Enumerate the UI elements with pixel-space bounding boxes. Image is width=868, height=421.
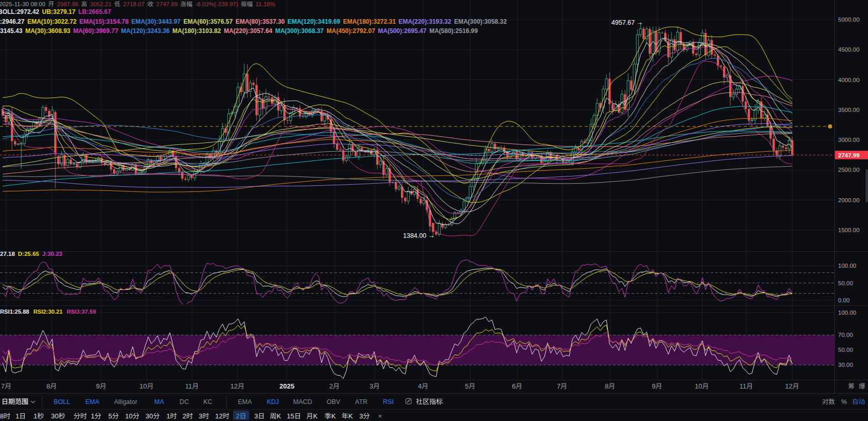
svg-text:50.00: 50.00	[838, 280, 853, 286]
svg-text:5000.00: 5000.00	[838, 17, 860, 23]
svg-text:Alligator: Alligator	[114, 398, 137, 406]
svg-text:10: 10	[139, 382, 147, 390]
svg-text:4000.00: 4000.00	[838, 77, 860, 83]
svg-text:2025: 2025	[280, 382, 295, 390]
svg-text:EMA: EMA	[238, 398, 252, 406]
svg-text:MA(580):2516.99: MA(580):2516.99	[429, 27, 478, 35]
svg-text:0.00: 0.00	[838, 297, 849, 303]
svg-text:RSI1:25.88: RSI1:25.88	[0, 309, 29, 315]
svg-text:OBV: OBV	[327, 398, 341, 406]
svg-text:9: 9	[652, 382, 655, 390]
svg-text:EMA(300):3058.32: EMA(300):3058.32	[454, 18, 507, 25]
svg-text:K: K	[313, 412, 318, 420]
svg-text:30: 30	[146, 412, 153, 420]
svg-text:7: 7	[557, 382, 560, 390]
svg-text:×: ×	[378, 412, 382, 420]
svg-text:15: 15	[287, 412, 294, 420]
svg-text:UB:3279.17: UB:3279.17	[42, 8, 76, 15]
svg-text:EMA(80):3537.30: EMA(80):3537.30	[235, 18, 285, 25]
svg-text:MA: MA	[154, 398, 164, 406]
svg-text:4: 4	[418, 382, 422, 390]
svg-text:6: 6	[512, 382, 516, 390]
svg-text:MA(60):3969.77: MA(60):3969.77	[73, 27, 119, 35]
svg-text:8: 8	[605, 382, 608, 390]
svg-text:5: 5	[465, 382, 469, 390]
svg-text:7: 7	[1, 382, 5, 390]
svg-text:12: 12	[785, 382, 792, 390]
svg-text:2747.99: 2747.99	[156, 1, 178, 7]
svg-text:70.00: 70.00	[838, 332, 853, 338]
svg-text:2747.99: 2747.99	[838, 152, 860, 158]
svg-text:3: 3	[254, 412, 258, 420]
svg-text:11: 11	[740, 382, 747, 390]
svg-text:D:25.65: D:25.65	[18, 251, 40, 257]
svg-text:3052.21: 3052.21	[90, 1, 112, 7]
svg-text:EMA(120):3419.69: EMA(120):3419.69	[287, 18, 340, 25]
svg-text:RSI: RSI	[383, 398, 394, 406]
svg-text:MA(30):3608.93: MA(30):3608.93	[25, 27, 71, 35]
svg-text:J:30.23: J:30.23	[42, 251, 62, 257]
svg-text:9: 9	[96, 382, 100, 390]
svg-text:2: 2	[329, 382, 333, 390]
svg-text:2025-11-30 08:00: 2025-11-30 08:00	[0, 1, 45, 7]
svg-text:MA(220):3057.64: MA(220):3057.64	[224, 27, 272, 35]
svg-text:K: K	[277, 412, 281, 420]
svg-text:4957.67 →: 4957.67 →	[612, 19, 643, 26]
svg-text:3: 3	[369, 382, 373, 390]
svg-text:27.18: 27.18	[0, 251, 15, 257]
svg-text:ATR: ATR	[355, 398, 367, 406]
svg-text:%: %	[841, 398, 847, 406]
svg-text:11: 11	[185, 382, 192, 390]
svg-text:EMA: EMA	[86, 398, 100, 406]
svg-text:MACD: MACD	[293, 398, 312, 406]
svg-text:K: K	[331, 412, 336, 420]
svg-text:1: 1	[15, 412, 19, 420]
svg-text:12: 12	[230, 382, 237, 390]
svg-text:1: 1	[91, 412, 94, 420]
svg-text:100.00: 100.00	[838, 310, 856, 316]
svg-text:1: 1	[166, 412, 170, 420]
svg-text:1384.00 →: 1384.00 →	[403, 232, 435, 239]
svg-text:EMA(180):3272.31: EMA(180):3272.31	[343, 18, 396, 25]
svg-text:RSI3:37.59: RSI3:37.59	[67, 309, 96, 315]
svg-text:10: 10	[125, 412, 133, 420]
svg-text:2: 2	[183, 412, 186, 420]
svg-text:MA(500):2695.47: MA(500):2695.47	[378, 27, 426, 35]
svg-text:KC: KC	[203, 398, 212, 406]
svg-text:100.00: 100.00	[838, 263, 856, 269]
svg-text:3000.00: 3000.00	[838, 137, 860, 143]
svg-text:EMA(60):3576.57: EMA(60):3576.57	[184, 18, 233, 25]
svg-text:EMA(30):3443.97: EMA(30):3443.97	[132, 18, 181, 25]
svg-text:K: K	[348, 412, 353, 420]
svg-text:2000.00: 2000.00	[838, 197, 860, 203]
svg-text:2500.00: 2500.00	[838, 167, 860, 173]
svg-text:2: 2	[236, 412, 239, 420]
svg-text:MA(300):3068.37: MA(300):3068.37	[275, 27, 324, 35]
svg-text:MA(120):3243.36: MA(120):3243.36	[121, 27, 170, 35]
svg-text:3145.43: 3145.43	[0, 27, 23, 35]
svg-text:12: 12	[215, 412, 222, 420]
svg-text:30: 30	[51, 412, 58, 420]
svg-text:1: 1	[34, 412, 37, 420]
svg-text:MA(180):3103.82: MA(180):3103.82	[172, 27, 221, 35]
svg-text:EMA(220):3193.32: EMA(220):3193.32	[398, 18, 451, 25]
svg-text:2718.07: 2718.07	[123, 1, 145, 7]
svg-text:11.18%: 11.18%	[255, 1, 275, 7]
svg-text:1500.00: 1500.00	[838, 227, 860, 233]
svg-text:EMA(10):3022.72: EMA(10):3022.72	[27, 18, 77, 25]
svg-text:3500.00: 3500.00	[838, 107, 860, 113]
svg-text:3: 3	[199, 412, 202, 420]
svg-text:EMA(15):3154.78: EMA(15):3154.78	[79, 18, 129, 25]
svg-text:DC: DC	[180, 398, 189, 406]
svg-text:8: 8	[0, 412, 4, 420]
svg-text:-8.03%(-239.97): -8.03%(-239.97)	[195, 1, 238, 7]
svg-text:5: 5	[108, 412, 112, 420]
svg-text:30.00: 30.00	[838, 362, 853, 368]
svg-text:2987.96: 2987.96	[57, 1, 78, 7]
svg-text:BOLL: BOLL	[54, 398, 70, 406]
svg-text:LB:2665.67: LB:2665.67	[78, 8, 111, 15]
svg-text:8: 8	[46, 382, 50, 390]
svg-text:50.00: 50.00	[838, 347, 853, 353]
svg-text:BOLL:2972.42: BOLL:2972.42	[0, 8, 39, 15]
svg-text:3: 3	[359, 412, 363, 420]
